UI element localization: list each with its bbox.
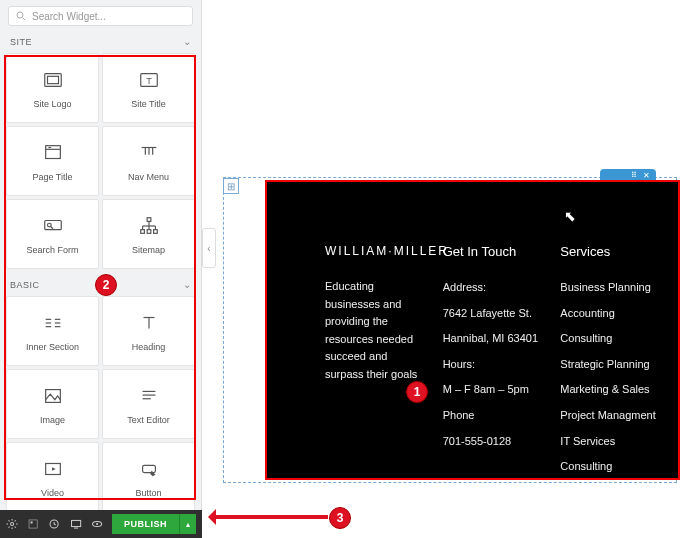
svg-rect-19 [153,230,157,234]
service-item: Business Planning [560,279,660,297]
widget-label: Site Logo [33,99,71,109]
navigator-icon[interactable] [27,517,39,531]
phone-value: 701-555-0128 [443,433,543,451]
widgets-site-grid: Site Logo T Site Title Page Title Nav Me… [0,53,201,273]
sitemap-icon [136,213,162,239]
svg-rect-3 [47,76,58,83]
search-form-icon [40,213,66,239]
service-item: Strategic Planning [560,356,660,374]
widget-video[interactable]: Video [6,442,99,512]
widget-label: Text Editor [127,415,170,425]
site-logo-icon [40,67,66,93]
category-basic[interactable]: BASIC ⌄ [0,273,201,296]
history-icon[interactable] [48,517,60,531]
service-item: Consulting [560,458,660,476]
hours-value: M – F 8am – 5pm [443,381,543,399]
drag-icon[interactable]: ⠿ [631,171,637,180]
widget-heading[interactable]: Heading [102,296,195,366]
service-item: Accounting [560,305,660,323]
button-icon [136,456,162,482]
search-widget-input[interactable]: Search Widget... [8,6,193,26]
widget-inner-section[interactable]: Inner Section [6,296,99,366]
widgets-panel: Search Widget... SITE ⌄ Site Logo T Site… [0,0,202,538]
video-icon [40,456,66,482]
widget-text-editor[interactable]: Text Editor [102,369,195,439]
service-item: Marketing & Sales [560,381,660,399]
category-site[interactable]: SITE ⌄ [0,30,201,53]
settings-icon[interactable] [6,517,18,531]
section-handle[interactable]: ⊞ [223,178,239,194]
svg-rect-17 [140,230,144,234]
address-line2: Hannibal, MI 63401 [443,330,543,348]
footer-column-contact: Get In Touch Address: 7642 Lafayette St.… [443,244,543,484]
page-title-icon [40,140,66,166]
widget-label: Heading [132,342,166,352]
cursor-icon: ⬉ [564,208,576,224]
widgets-basic-grid: Inner Section Heading Image Text Editor … [0,296,201,538]
nav-menu-icon [136,140,162,166]
annotation-arrow [210,515,328,519]
widget-label: Page Title [32,172,72,182]
widget-nav-menu[interactable]: Nav Menu [102,126,195,196]
svg-point-0 [17,12,23,18]
widget-label: Button [135,488,161,498]
svg-rect-6 [45,146,60,159]
widget-label: Search Form [26,245,78,255]
footer-services-title: Services [560,244,660,259]
preview-icon[interactable] [91,517,103,531]
widget-search-form[interactable]: Search Form [6,199,99,269]
widget-label: Nav Menu [128,172,169,182]
search-icon [15,10,27,22]
editor-canvas: ‹ ⊞ ⠿ ✕ ⬉ WILLIAM·MILLER Educating busin… [209,0,690,538]
site-title-icon: T [136,67,162,93]
widget-button[interactable]: Button [102,442,195,512]
footer-brand: WILLIAM·MILLER [325,244,425,258]
chevron-down-icon: ⌄ [183,36,192,47]
address-line1: 7642 Lafayette St. [443,305,543,323]
heading-icon [136,310,162,336]
widget-label: Site Title [131,99,166,109]
hours-label: Hours: [443,356,543,374]
publish-options-button[interactable]: ▴ [179,514,196,534]
widget-label: Image [40,415,65,425]
svg-rect-39 [142,465,155,472]
address-label: Address: [443,279,543,297]
chevron-down-icon: ⌄ [183,279,192,290]
close-icon[interactable]: ✕ [643,171,650,180]
widget-page-title[interactable]: Page Title [6,126,99,196]
category-basic-label: BASIC [10,280,40,290]
service-item: Consulting [560,330,660,348]
widget-label: Sitemap [132,245,165,255]
footer-tagline: Educating businesses and providing the r… [325,278,425,384]
phone-label: Phone [443,407,543,425]
service-item: Project Managment [560,407,660,425]
widget-label: Inner Section [26,342,79,352]
footer-section[interactable]: ⬉ WILLIAM·MILLER Educating businesses an… [265,180,680,480]
image-icon [40,383,66,409]
widget-sitemap[interactable]: Sitemap [102,199,195,269]
responsive-icon[interactable] [70,517,82,531]
footer-services-list: Business Planning Accounting Consulting … [560,279,660,476]
svg-rect-16 [147,218,151,222]
svg-rect-44 [29,520,37,528]
widget-label: Video [41,488,64,498]
inner-section-icon [40,310,66,336]
widget-site-title[interactable]: T Site Title [102,53,195,123]
svg-line-15 [50,226,52,228]
panel-bottom-bar: PUBLISH ▴ [0,510,202,538]
widget-site-logo[interactable]: Site Logo [6,53,99,123]
collapse-panel-handle[interactable]: ‹ [202,228,216,268]
publish-button[interactable]: PUBLISH [112,514,179,534]
svg-marker-38 [52,467,56,471]
svg-point-14 [47,223,51,227]
svg-line-1 [23,18,26,21]
svg-rect-47 [71,520,80,526]
svg-text:T: T [146,76,152,86]
svg-point-43 [11,522,14,525]
category-site-label: SITE [10,37,32,47]
svg-rect-18 [147,230,151,234]
footer-column-services: Services Business Planning Accounting Co… [560,244,660,484]
widget-image[interactable]: Image [6,369,99,439]
text-editor-icon [136,383,162,409]
footer-column-brand: WILLIAM·MILLER Educating businesses and … [325,244,425,484]
